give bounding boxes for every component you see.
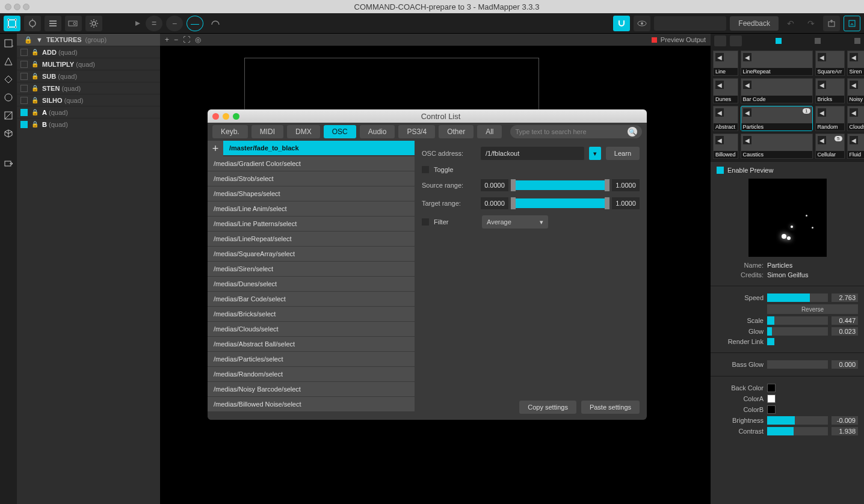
tab-grid-icon[interactable] [730,35,742,46]
layer-visibility-toggle[interactable] [20,121,28,128]
list-view-icon[interactable] [45,16,61,31]
color-b-swatch[interactable] [767,405,776,414]
play-arrow-icon[interactable]: ◀ [818,53,826,61]
add-control-button[interactable]: + [208,141,223,156]
contrast-slider[interactable] [767,427,828,435]
source-min-input[interactable]: 0.0000 [481,179,508,191]
list-item[interactable]: /medias/Billowed Noise/select [208,397,415,412]
lock-icon[interactable]: 🔒 [31,121,39,128]
redo-global-icon[interactable]: ↷ [803,16,819,31]
bass-glow-value[interactable]: 0.000 [832,360,858,369]
control-tab[interactable]: PS3/4 [398,125,435,138]
projector-tool-icon[interactable] [65,16,82,31]
add-mask-icon[interactable] [2,73,14,85]
filter-dot-grey-2[interactable] [854,38,860,44]
filter-select[interactable]: Average▾ [482,215,548,229]
glow-slider[interactable] [767,327,828,336]
osc-address-input[interactable]: /1/fblackout [481,147,584,160]
speed-value[interactable]: 2.763 [832,293,858,302]
target-range-slider[interactable] [513,198,607,208]
glow-value[interactable]: 0.023 [832,327,858,336]
search-icon[interactable]: 🔍 [628,127,637,137]
list-item[interactable]: /medias/Bar Code/select [208,292,415,307]
control-tab[interactable]: MIDI [251,125,283,138]
zoom-window-icon[interactable] [23,4,29,10]
window-traffic-lights[interactable] [0,4,29,10]
source-range-slider[interactable] [513,180,607,190]
add-quad-icon[interactable]: + [2,37,14,49]
media-thumb[interactable]: ◀LineRepeat [741,51,813,76]
layer-group-header[interactable]: 🔒 ▼ TEXTURES (group) [17,34,160,46]
add-circle-icon[interactable] [2,91,14,103]
control-tab[interactable]: DMX [287,125,320,138]
dialog-zoom-icon[interactable] [233,113,239,120]
undo-global-icon[interactable]: ↶ [782,16,799,31]
add-3d-icon[interactable] [2,128,14,140]
learn-button[interactable]: Learn [606,147,640,160]
copy-settings-button[interactable]: Copy settings [519,401,576,414]
fixture-tool-icon[interactable] [24,16,41,31]
scale-value[interactable]: 0.447 [832,316,858,325]
layer-row[interactable]: 🔒 ADD (quad) [17,46,160,58]
control-tab[interactable]: Keyb. [212,125,248,138]
play-arrow-icon[interactable]: ◀ [743,81,751,89]
media-thumb[interactable]: ◀Bricks [815,78,845,103]
feedback-button[interactable]: Feedback [730,16,779,31]
control-tab[interactable]: Other [439,125,474,138]
list-item[interactable]: /master/fade_to_black [223,141,415,156]
control-tab[interactable]: All [477,125,502,138]
source-max-input[interactable]: 1.0000 [612,179,640,191]
lock-icon[interactable]: 🔒 [31,61,39,67]
play-arrow-icon[interactable]: ◀ [715,108,724,117]
lock-icon[interactable]: 🔒 [31,85,39,91]
center-icon[interactable]: ◎ [195,35,201,44]
list-item[interactable]: /medias/Abstract Ball/select [208,337,415,352]
layer-visibility-toggle[interactable] [20,73,28,80]
target-max-input[interactable]: 1.0000 [612,197,640,209]
media-thumb[interactable]: ◀5Cellular [815,134,845,159]
chevron-down-icon[interactable]: ▼ [36,36,43,43]
surface-tool-icon[interactable] [4,16,20,31]
play-arrow-icon[interactable]: ◀ [818,136,826,144]
play-arrow-icon[interactable]: ◀ [715,136,724,144]
back-color-swatch[interactable] [767,384,776,392]
play-arrow-icon[interactable]: ◀ [743,136,751,144]
layer-visibility-toggle[interactable] [20,49,28,56]
add-icon[interactable]: + [165,35,169,44]
snap-icon[interactable] [613,16,630,31]
lock-icon[interactable]: 🔒 [31,97,39,103]
control-tab[interactable]: Audio [360,125,395,138]
list-item[interactable]: /medias/Dunes/select [208,277,415,292]
fit-icon[interactable]: ⛶ [183,35,190,44]
layer-row[interactable]: 🔒 B (quad) [17,118,160,130]
lock-icon[interactable]: 🔒 [31,109,39,115]
list-item[interactable]: /medias/Line Patterns/select [208,217,415,232]
list-item[interactable]: /medias/SquareArray/select [208,247,415,262]
enable-preview-checkbox[interactable] [717,167,724,174]
list-item[interactable]: /medias/Bricks/select [208,307,415,322]
tab-list-icon[interactable] [714,35,726,46]
list-item[interactable]: /medias/Strob/select [208,171,415,186]
filter-checkbox[interactable] [422,218,429,226]
pause-mode-icon[interactable]: = [146,16,162,31]
list-item[interactable]: /medias/LineRepeat/select [208,232,415,247]
list-item[interactable]: /medias/Particles/select [208,352,415,367]
list-item[interactable]: /medias/Siren/select [208,262,415,277]
media-thumb[interactable]: ◀Siren [847,51,864,76]
play-arrow-icon[interactable]: ◀ [850,136,858,144]
layer-visibility-toggle[interactable] [20,109,28,116]
list-item[interactable]: /medias/Noisy Barcode/select [208,382,415,397]
brightness-slider[interactable] [767,416,828,425]
export-icon[interactable] [823,16,840,31]
scale-slider[interactable] [767,316,828,325]
toggle-checkbox[interactable] [422,166,429,173]
layer-row[interactable]: 🔒 STEN (quad) [17,82,160,94]
layer-row[interactable]: 🔒 A (quad) [17,106,160,118]
import-icon[interactable] [2,158,14,170]
play-arrow-icon[interactable]: ◀ [715,53,724,61]
lock-icon[interactable]: 🔒 [31,49,39,55]
output-icon[interactable] [844,16,860,31]
media-thumb[interactable]: ◀Caustics [741,134,813,159]
play-arrow-icon[interactable]: ◀ [850,108,858,117]
list-item[interactable]: /medias/Line Anim/select [208,201,415,217]
